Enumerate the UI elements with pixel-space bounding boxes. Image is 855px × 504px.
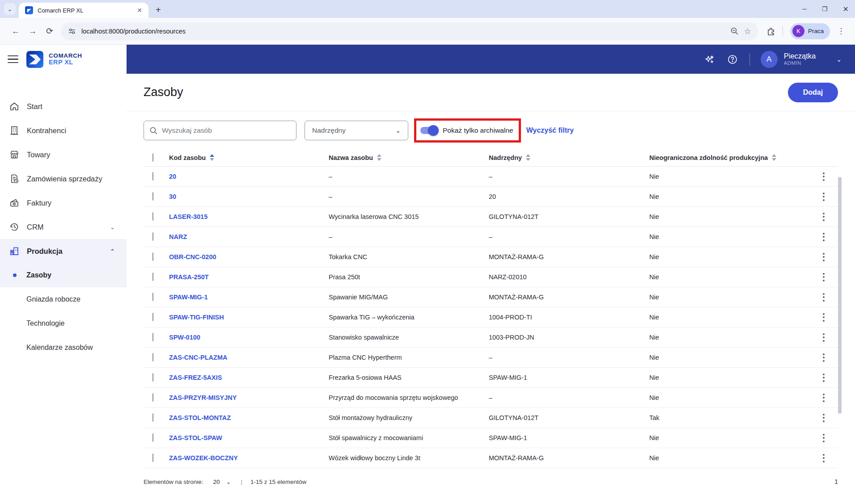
select-all-checkbox[interactable]: [152, 153, 153, 162]
row-menu-icon[interactable]: [817, 273, 830, 281]
resource-code-link[interactable]: 30: [169, 193, 329, 200]
sidebar-item-faktury[interactable]: Faktury: [0, 191, 127, 215]
table-scrollbar[interactable]: [838, 177, 842, 414]
window-maximize-icon[interactable]: ❐: [822, 5, 828, 13]
column-header-nazwa-zasobu[interactable]: Nazwa zasobu: [329, 154, 489, 161]
resource-unlimited-capacity: Nie: [649, 374, 817, 381]
reload-icon[interactable]: ⟳: [41, 26, 58, 36]
resource-code-link[interactable]: ZAS-CNC-PLAZMA: [169, 354, 329, 361]
resource-code-link[interactable]: ZAS-STOL-MONTAZ: [169, 414, 329, 421]
window-minimize-icon[interactable]: ─: [802, 5, 807, 13]
sidebar-item-kontrahenci[interactable]: Kontrahenci: [0, 118, 127, 143]
resource-code-link[interactable]: ZAS-FREZ-5AXIS: [169, 374, 329, 381]
resource-search[interactable]: [144, 121, 296, 140]
column-header-nieograniczona[interactable]: Nieograniczona zdolność produkcyjna: [649, 154, 817, 161]
address-bar[interactable]: localhost:8000/production/resources ☆: [61, 22, 758, 40]
resource-code-link[interactable]: SPW-0100: [169, 334, 329, 341]
resource-code-link[interactable]: SPAW-MIG-1: [169, 294, 329, 301]
row-menu-icon[interactable]: [817, 293, 830, 302]
browser-profile-chip[interactable]: K Praca: [790, 23, 830, 39]
resource-code-link[interactable]: NARZ: [169, 233, 329, 240]
sidebar-item-zamowienia[interactable]: Zamówienia sprzedaży: [0, 167, 127, 191]
row-checkbox[interactable]: [152, 373, 153, 382]
row-menu-icon[interactable]: [817, 172, 830, 181]
resource-code-link[interactable]: SPAW-TIG-FINISH: [169, 314, 329, 321]
browser-menu-icon[interactable]: ⋮: [837, 26, 845, 36]
table-row: SPAW-MIG-1 Spawanie MIG/MAG MONTAŻ-RAMA-…: [144, 287, 838, 307]
sidebar-subitem-technologie[interactable]: Technologie: [0, 311, 127, 336]
sidebar-item-produkcja[interactable]: Produkcja ⌃: [0, 239, 127, 263]
browser-tab[interactable]: ◤ Comarch ERP XL ✕: [19, 3, 148, 18]
bookmark-star-icon[interactable]: ☆: [744, 26, 751, 36]
row-menu-icon[interactable]: [817, 434, 830, 442]
row-checkbox[interactable]: [152, 232, 153, 241]
resource-parent: NARZ-02010: [489, 273, 649, 281]
row-menu-icon[interactable]: [817, 253, 830, 261]
help-icon[interactable]: [727, 54, 738, 65]
sidebar-item-towary[interactable]: Towary: [0, 143, 127, 167]
resource-code-link[interactable]: 20: [169, 173, 329, 180]
search-input[interactable]: [162, 126, 291, 134]
row-checkbox[interactable]: [152, 172, 153, 181]
ai-sparkles-icon[interactable]: [704, 54, 715, 65]
sidebar-subitem-zasoby[interactable]: Zasoby: [0, 263, 127, 287]
new-tab-button[interactable]: +: [156, 5, 161, 15]
column-header-kod-zasobu[interactable]: Kod zasobu: [169, 154, 329, 161]
resource-name: Tokarka CNC: [329, 253, 489, 260]
row-menu-icon[interactable]: [817, 233, 830, 241]
resource-code-link[interactable]: PRASA-250T: [169, 273, 329, 281]
row-checkbox[interactable]: [152, 273, 153, 281]
resource-code-link[interactable]: ZAS-STOL-SPAW: [169, 434, 329, 441]
hamburger-menu-icon[interactable]: [8, 55, 18, 63]
resource-parent: MONTAŻ-RAMA-G: [489, 454, 649, 462]
row-checkbox[interactable]: [152, 333, 153, 341]
clear-filters-link[interactable]: Wyczyść filtry: [526, 126, 574, 134]
app-top-bar: A Pieczątka ADMIN ⌄: [127, 45, 855, 74]
add-button[interactable]: Dodaj: [788, 83, 838, 102]
user-menu[interactable]: A Pieczątka ADMIN ⌄: [761, 51, 842, 68]
row-menu-icon[interactable]: [817, 374, 830, 382]
table-footer: Elementów na stronie: 20 ⌄ | 1-15 z 15 e…: [144, 472, 838, 491]
row-checkbox[interactable]: [152, 413, 153, 422]
archiwalne-toggle[interactable]: [420, 127, 437, 134]
resource-code-link[interactable]: LASER-3015: [169, 213, 329, 220]
column-header-nadrzedny[interactable]: Nadrzędny: [489, 154, 649, 161]
site-info-icon[interactable]: [68, 27, 76, 35]
resource-name: Spawarka TIG – wykończenia: [329, 314, 489, 321]
sidebar-subitem-gniazda-robocze[interactable]: Gniazda robocze: [0, 287, 127, 311]
row-checkbox[interactable]: [152, 212, 153, 221]
row-checkbox[interactable]: [152, 252, 153, 261]
row-menu-icon[interactable]: [817, 333, 830, 342]
row-menu-icon[interactable]: [817, 414, 830, 422]
sidebar-item-start[interactable]: Start: [0, 94, 127, 118]
row-menu-icon[interactable]: [817, 353, 830, 362]
row-checkbox[interactable]: [152, 353, 153, 361]
forward-icon[interactable]: →: [24, 26, 41, 36]
row-checkbox[interactable]: [152, 293, 153, 301]
row-menu-icon[interactable]: [817, 454, 830, 462]
row-checkbox[interactable]: [152, 192, 153, 201]
resource-code-link[interactable]: ZAS-PRZYR-MISYJNY: [169, 394, 329, 401]
row-checkbox[interactable]: [152, 433, 153, 442]
row-menu-icon[interactable]: [817, 193, 830, 201]
row-checkbox[interactable]: [152, 393, 153, 402]
sidebar-item-crm[interactable]: CRM ⌄: [0, 215, 127, 239]
zoom-out-icon[interactable]: [730, 27, 739, 35]
url-text[interactable]: localhost:8000/production/resources: [81, 28, 725, 35]
tab-search-icon[interactable]: ⌄: [4, 3, 16, 15]
sidebar-subitem-kalendarze-zasobow[interactable]: Kalendarze zasobów: [0, 336, 127, 360]
row-menu-icon[interactable]: [817, 394, 830, 402]
resource-code-link[interactable]: ZAS-WOZEK-BOCZNY: [169, 454, 329, 462]
tab-close-icon[interactable]: ✕: [135, 7, 144, 14]
nadrzedny-select[interactable]: Nadrzędny ⌄: [305, 121, 408, 140]
page-number[interactable]: 1: [834, 478, 838, 485]
back-icon[interactable]: ←: [7, 26, 24, 36]
row-checkbox[interactable]: [152, 313, 153, 321]
window-close-icon[interactable]: ✕: [843, 5, 849, 13]
row-checkbox[interactable]: [152, 454, 153, 462]
resource-code-link[interactable]: OBR-CNC-0200: [169, 253, 329, 260]
per-page-select[interactable]: ⌄: [226, 479, 231, 485]
row-menu-icon[interactable]: [817, 313, 830, 322]
row-menu-icon[interactable]: [817, 213, 830, 221]
extensions-icon[interactable]: [766, 27, 775, 36]
